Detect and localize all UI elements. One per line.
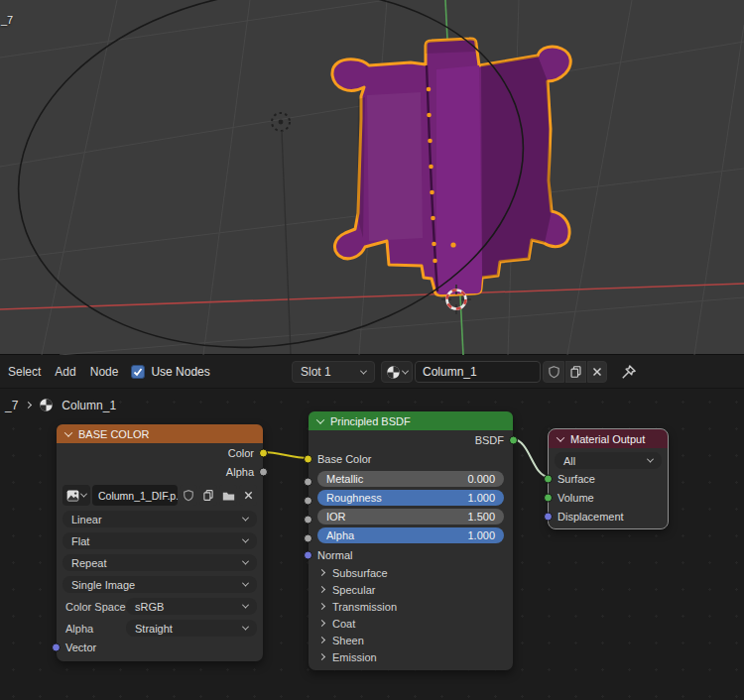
node-material-output-header[interactable]: Material Output: [549, 429, 668, 448]
section-emission[interactable]: Emission: [309, 648, 513, 665]
socket-label: Volume: [558, 492, 594, 504]
section-label: Emission: [332, 651, 377, 663]
vector-input-socket[interactable]: [52, 642, 61, 651]
color-space-dropdown[interactable]: sRGB: [126, 598, 257, 615]
section-label: Transmission: [332, 601, 397, 613]
socket-label: BSDF: [475, 434, 504, 446]
node-principled-bsdf[interactable]: Principled BSDF BSDF Base Color Metallic…: [309, 411, 513, 670]
extension-dropdown[interactable]: Repeat: [62, 554, 257, 571]
alpha-row: Alpha 1.000: [309, 527, 513, 543]
node-material-output[interactable]: Material Output All Surface Volume Displ…: [549, 429, 668, 528]
section-label: Sheen: [332, 635, 364, 646]
material-slot-dropdown[interactable]: Slot 1: [292, 361, 375, 383]
section-transmission[interactable]: Transmission: [309, 598, 513, 615]
socket-label: Surface: [558, 473, 595, 485]
unlink-material-button[interactable]: [587, 361, 607, 383]
node-editor-canvas[interactable]: _7 Column_1 BASE COLOR Color: [0, 389, 744, 700]
slider-value: 1.500: [467, 511, 495, 523]
chevron-right-icon: [318, 620, 325, 627]
node-base-color[interactable]: BASE COLOR Color Alpha: [57, 424, 263, 661]
base-color-input-socket[interactable]: [304, 454, 312, 463]
breadcrumb: _7 Column_1: [5, 398, 116, 412]
material-sphere-icon: [39, 398, 54, 412]
chevron-right-icon: [318, 569, 325, 576]
section-sheen[interactable]: Sheen: [309, 632, 513, 648]
mesh-shade-right: [481, 56, 552, 278]
light-object[interactable]: [272, 113, 291, 354]
socket-row-base-color-input: Base Color: [309, 449, 513, 468]
normal-input-socket[interactable]: [304, 550, 312, 559]
dropdown-value: Straight: [135, 623, 173, 635]
image-name-field[interactable]: Column_1_DIF.p...: [92, 485, 178, 506]
socket-row-color-output: Color: [57, 443, 263, 462]
chevron-right-icon: [25, 402, 32, 408]
slider-value: 0.000: [467, 473, 495, 485]
duplicate-icon: [202, 489, 214, 502]
menu-select[interactable]: Select: [8, 365, 41, 379]
target-dropdown[interactable]: All: [555, 452, 662, 469]
material-name-value: Column_1: [423, 365, 477, 379]
socket-label: Color: [228, 447, 254, 459]
socket-row-displacement-input: Displacement: [549, 507, 668, 525]
color-output-socket[interactable]: [259, 448, 268, 457]
section-subsurface[interactable]: Subsurface: [309, 564, 513, 581]
x-axis-line: [0, 284, 744, 309]
mesh-face-center: [436, 65, 482, 294]
node-base-color-header[interactable]: BASE COLOR: [57, 424, 263, 443]
image-fake-user-button[interactable]: [180, 485, 197, 506]
alpha-output-socket[interactable]: [259, 467, 268, 476]
surface-input-socket[interactable]: [544, 474, 553, 483]
image-icon: [66, 490, 79, 502]
use-nodes-checkbox[interactable]: [131, 365, 145, 379]
material-name-field[interactable]: Column_1: [415, 361, 541, 383]
image-browse-button[interactable]: [62, 485, 90, 506]
node-principled-header[interactable]: Principled BSDF: [309, 411, 513, 430]
color-space-row: Color Space sRGB: [62, 598, 257, 615]
material-sphere-icon: [386, 365, 401, 380]
collapse-chevron-icon: [64, 428, 72, 436]
section-label: Coat: [332, 618, 355, 630]
source-dropdown[interactable]: Single Image: [62, 576, 257, 593]
ior-input-socket[interactable]: [304, 516, 312, 525]
chevron-down-icon: [647, 456, 654, 463]
roughness-slider[interactable]: Roughness 1.000: [317, 490, 504, 506]
metallic-input-socket[interactable]: [304, 478, 312, 487]
material-browse-button[interactable]: [381, 361, 413, 383]
menu-node[interactable]: Node: [90, 365, 119, 379]
breadcrumb-material: Column_1: [62, 399, 116, 412]
projection-dropdown[interactable]: Flat: [62, 532, 257, 549]
alpha-slider[interactable]: Alpha 1.000: [317, 527, 504, 543]
use-nodes-label: Use Nodes: [151, 365, 209, 379]
slider-label: IOR: [326, 511, 346, 523]
pin-button[interactable]: [620, 364, 637, 381]
chevron-right-icon: [318, 637, 325, 643]
image-unlink-button[interactable]: [239, 485, 257, 506]
fake-user-button[interactable]: [543, 361, 564, 383]
interpolation-dropdown[interactable]: Linear: [62, 511, 257, 527]
dropdown-value: Linear: [71, 514, 102, 525]
ior-slider[interactable]: IOR 1.500: [317, 509, 504, 525]
image-open-button[interactable]: [219, 485, 237, 506]
metallic-slider[interactable]: Metallic 0.000: [317, 471, 504, 487]
alpha-mode-dropdown[interactable]: Straight: [126, 620, 257, 637]
alpha-input-socket[interactable]: [304, 534, 312, 543]
menu-add[interactable]: Add: [55, 365, 75, 379]
color-space-label: Color Space: [62, 601, 126, 613]
duplicate-material-button[interactable]: [565, 361, 586, 383]
socket-label: Alpha: [226, 466, 254, 478]
alpha-mode-label: Alpha: [62, 623, 126, 635]
section-specular[interactable]: Specular: [309, 581, 513, 598]
shield-icon: [183, 489, 194, 502]
bsdf-output-socket[interactable]: [509, 435, 518, 444]
section-coat[interactable]: Coat: [309, 615, 513, 632]
mesh-panel-light: [367, 92, 423, 241]
roughness-input-socket[interactable]: [304, 497, 312, 506]
displacement-input-socket[interactable]: [544, 512, 553, 521]
slot-value: Slot 1: [301, 365, 331, 379]
slider-label: Roughness: [326, 492, 382, 504]
section-label: Subsurface: [332, 567, 388, 579]
column-mesh-object[interactable]: [332, 39, 570, 295]
volume-input-socket[interactable]: [544, 493, 553, 502]
image-duplicate-button[interactable]: [199, 485, 217, 506]
3d-viewport[interactable]: _7: [0, 0, 744, 355]
